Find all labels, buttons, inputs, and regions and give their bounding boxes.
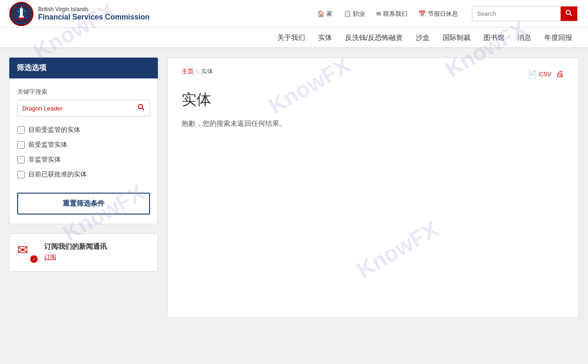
envelope-icon: ✉ xyxy=(17,243,28,257)
nav-library[interactable]: 图书馆 xyxy=(477,27,511,48)
newsletter-icon: ✉ ✓ xyxy=(17,242,38,263)
checkbox-item-2[interactable]: 前受监管实体 xyxy=(17,141,150,149)
content-toolbar: 📄 CSV 🖨 xyxy=(528,69,564,79)
filter-header: 筛选选项 xyxy=(9,58,158,78)
main-content: 主页 \ 实体 📄 CSV 🖨 实体 抱歉，您的搜索未返回任何结果。 xyxy=(167,58,579,318)
newsletter-subscribe-link[interactable]: 订阅 xyxy=(44,254,56,260)
print-button[interactable]: 🖨 xyxy=(556,69,564,79)
sidebar: 筛选选项 关键字搜索 目前受监管的实体 前受监管实体 xyxy=(9,58,158,318)
nav-entity[interactable]: 实体 xyxy=(312,27,339,48)
top-bar: British Virgin Islands Financial Service… xyxy=(0,0,588,28)
logo-text: British Virgin Islands Financial Service… xyxy=(38,6,150,22)
checkbox-regulated[interactable] xyxy=(17,126,25,134)
nav-bar: 关于我们 实体 反洗钱/反恐怖融资 沙盒 国际制裁 图书馆 消息 年度回报 xyxy=(0,28,588,48)
calendar-icon: 📅 xyxy=(418,10,426,17)
nav-aml[interactable]: 反洗钱/反恐怖融资 xyxy=(339,27,409,48)
newsletter-text: 订阅我们的新闻通讯 订阅 xyxy=(44,242,107,261)
nav-about[interactable]: 关于我们 xyxy=(271,27,312,48)
briefcase-icon: 📋 xyxy=(344,10,351,17)
svg-rect-3 xyxy=(19,16,24,18)
svg-rect-1 xyxy=(20,9,23,16)
top-links: 🏠 家 📋 职业 ✉ 联系我们 📅 节假日休息 xyxy=(317,10,458,18)
breadcrumb-separator: \ xyxy=(196,68,198,75)
checkbox-approved[interactable] xyxy=(17,171,25,178)
page-title: 实体 xyxy=(182,90,564,110)
breadcrumb-current: 实体 xyxy=(201,67,213,76)
keyword-input[interactable] xyxy=(18,102,133,115)
logo-icon xyxy=(9,2,33,26)
filter-body: 关键字搜索 目前受监管的实体 前受监管实体 非监管实体 xyxy=(9,78,158,224)
envelope-icon: ✉ xyxy=(376,10,381,17)
contact-link[interactable]: ✉ 联系我们 xyxy=(376,10,407,18)
header-search-input[interactable] xyxy=(472,7,561,20)
checkbox-former[interactable] xyxy=(17,141,25,149)
career-link[interactable]: 📋 职业 xyxy=(344,10,365,18)
nav-news[interactable]: 消息 xyxy=(511,27,538,48)
checkbox-item-4[interactable]: 目前已获批准的实体 xyxy=(17,170,150,179)
document-icon: 📄 xyxy=(528,70,537,78)
svg-rect-7 xyxy=(18,18,25,19)
holiday-link[interactable]: 📅 节假日休息 xyxy=(418,10,458,18)
logo-area: British Virgin Islands Financial Service… xyxy=(9,2,150,26)
keyword-input-wrap xyxy=(17,100,150,117)
check-badge-icon: ✓ xyxy=(30,255,38,263)
header-search-box xyxy=(472,6,579,21)
newsletter-widget: ✉ ✓ 订阅我们的新闻通讯 订阅 xyxy=(9,234,158,272)
svg-point-10 xyxy=(138,104,143,109)
home-icon: 🏠 xyxy=(317,10,325,17)
nav-sanctions[interactable]: 国际制裁 xyxy=(436,27,477,48)
reset-filter-button[interactable]: 重置筛选条件 xyxy=(17,193,150,214)
keyword-search-button[interactable] xyxy=(133,100,150,116)
checkbox-item-1[interactable]: 目前受监管的实体 xyxy=(17,126,150,134)
nav-sandbox[interactable]: 沙盒 xyxy=(409,27,436,48)
printer-icon: 🖨 xyxy=(556,69,564,78)
nav-annual[interactable]: 年度回报 xyxy=(538,27,579,48)
no-results-message: 抱歉，您的搜索未返回任何结果。 xyxy=(182,119,564,128)
logo-line2: Financial Services Commission xyxy=(38,13,150,21)
logo-line1: British Virgin Islands xyxy=(38,6,150,13)
checkbox-list: 目前受监管的实体 前受监管实体 非监管实体 目前已获批准的实体 xyxy=(17,126,150,179)
breadcrumb: 主页 \ 实体 xyxy=(182,67,213,76)
svg-line-11 xyxy=(142,108,144,110)
page-body: 筛选选项 关键字搜索 目前受监管的实体 前受监管实体 xyxy=(0,48,588,327)
svg-line-9 xyxy=(570,14,572,16)
csv-download-button[interactable]: 📄 CSV xyxy=(528,70,551,78)
svg-point-8 xyxy=(566,10,570,14)
home-link[interactable]: 🏠 家 xyxy=(317,10,333,18)
header-search-button[interactable] xyxy=(561,6,577,21)
breadcrumb-home[interactable]: 主页 xyxy=(182,67,194,76)
checkbox-non-regulated[interactable] xyxy=(17,156,25,163)
newsletter-title: 订阅我们的新闻通讯 xyxy=(44,242,107,251)
checkbox-item-3[interactable]: 非监管实体 xyxy=(17,156,150,164)
keyword-label: 关键字搜索 xyxy=(17,88,150,96)
csv-label: CSV xyxy=(539,71,551,78)
